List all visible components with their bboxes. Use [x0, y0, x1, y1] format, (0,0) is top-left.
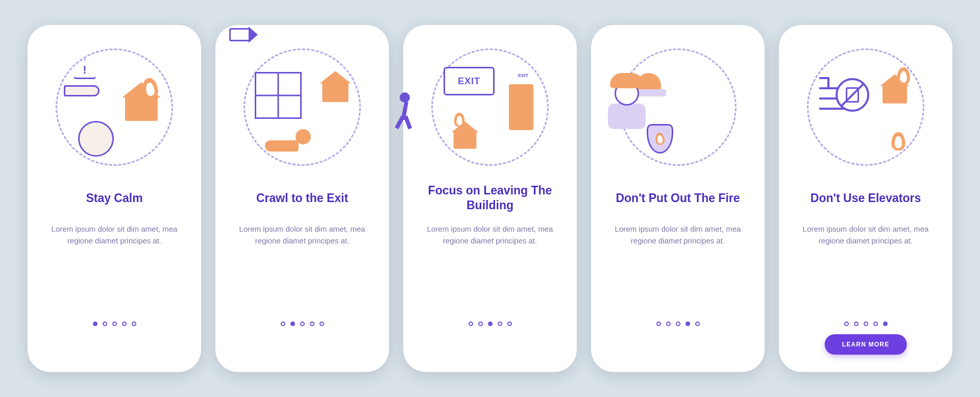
page-dot[interactable] — [478, 321, 483, 326]
page-dot[interactable] — [469, 321, 473, 326]
onboarding-card-no-elevators: Don't Use Elevators Lorem ipsum dolor si… — [779, 25, 952, 372]
page-dot[interactable] — [300, 321, 305, 326]
exit-door-icon — [509, 84, 533, 130]
card-body: Lorem ipsum dolor sit dim amet, mea regi… — [418, 223, 562, 247]
page-dot[interactable] — [656, 321, 661, 326]
no-elevator-icon — [836, 78, 869, 112]
card-title: Don't Put Out The Fire — [612, 183, 743, 213]
page-dot[interactable] — [666, 321, 671, 326]
onboarding-card-leave-building: EXIT EXIT Focus on Leaving The Building … — [403, 25, 577, 372]
illustration-dont-put-out — [619, 48, 737, 166]
page-dot[interactable] — [883, 321, 888, 326]
card-body: Lorem ipsum dolor sit dim amet, mea regi… — [230, 223, 375, 247]
page-dot[interactable] — [290, 321, 295, 326]
card-body: Lorem ipsum dolor sit dim amet, mea regi… — [793, 223, 938, 247]
page-indicator — [403, 321, 577, 326]
house-on-fire-icon — [125, 95, 158, 121]
card-title: Crawl to the Exit — [253, 183, 351, 213]
page-dot[interactable] — [132, 321, 136, 326]
card-body: Lorem ipsum dolor sit dim amet, mea regi… — [605, 223, 750, 247]
flame-icon — [654, 132, 665, 145]
floor-plan-icon — [255, 72, 302, 119]
flame-icon — [897, 67, 910, 85]
burning-house-icon — [454, 131, 477, 149]
flame-icon — [892, 132, 905, 151]
card-body: Lorem ipsum dolor sit dim amet, mea regi… — [42, 223, 187, 247]
page-dot[interactable] — [103, 321, 107, 326]
learn-more-button[interactable]: LEARN MORE — [825, 334, 907, 355]
illustration-leave-building: EXIT EXIT — [431, 48, 549, 166]
page-dot[interactable] — [854, 321, 859, 326]
exit-label-icon: EXIT — [518, 73, 528, 78]
page-dot[interactable] — [112, 321, 117, 326]
illustration-crawl — [243, 48, 361, 166]
page-dot[interactable] — [676, 321, 680, 326]
page-dot[interactable] — [873, 321, 878, 326]
page-indicator — [215, 321, 389, 326]
page-indicator — [591, 321, 765, 326]
arrow-right-icon — [229, 28, 249, 41]
page-dot[interactable] — [685, 321, 690, 326]
open-hand-icon — [64, 85, 100, 96]
illustration-no-elevators — [807, 48, 924, 166]
page-dot[interactable] — [488, 321, 493, 326]
page-dot[interactable] — [93, 321, 97, 326]
illustration-stay-calm: ! — [56, 48, 173, 166]
page-dot[interactable] — [498, 321, 502, 326]
page-dot[interactable] — [320, 321, 324, 326]
smoke-house-icon — [322, 82, 348, 102]
page-dot[interactable] — [122, 321, 127, 326]
page-indicator — [28, 321, 201, 326]
page-indicator — [779, 321, 952, 326]
page-dot[interactable] — [281, 321, 285, 326]
flame-icon — [454, 113, 465, 127]
onboarding-card-dont-put-out: Don't Put Out The Fire Lorem ipsum dolor… — [591, 25, 765, 372]
onboarding-cards-row: ! Stay Calm Lorem ipsum dolor sit dim am… — [7, 5, 973, 392]
page-dot[interactable] — [844, 321, 849, 326]
person-crawling-icon — [265, 129, 311, 152]
exit-sign-icon: EXIT — [444, 67, 495, 95]
calm-mind-gear-icon — [78, 121, 114, 157]
card-title: Focus on Leaving The Building — [418, 183, 562, 213]
page-dot[interactable] — [310, 321, 314, 326]
house-on-fire-icon — [883, 84, 907, 104]
page-dot[interactable] — [695, 321, 700, 326]
onboarding-card-stay-calm: ! Stay Calm Lorem ipsum dolor sit dim am… — [28, 25, 201, 372]
person-running-icon — [394, 92, 415, 129]
onboarding-card-crawl: Crawl to the Exit Lorem ipsum dolor sit … — [215, 25, 389, 372]
page-dot[interactable] — [864, 321, 868, 326]
card-title: Stay Calm — [83, 183, 145, 213]
firefighter-icon — [605, 73, 649, 129]
page-dot[interactable] — [507, 321, 512, 326]
card-title: Don't Use Elevators — [807, 183, 924, 213]
